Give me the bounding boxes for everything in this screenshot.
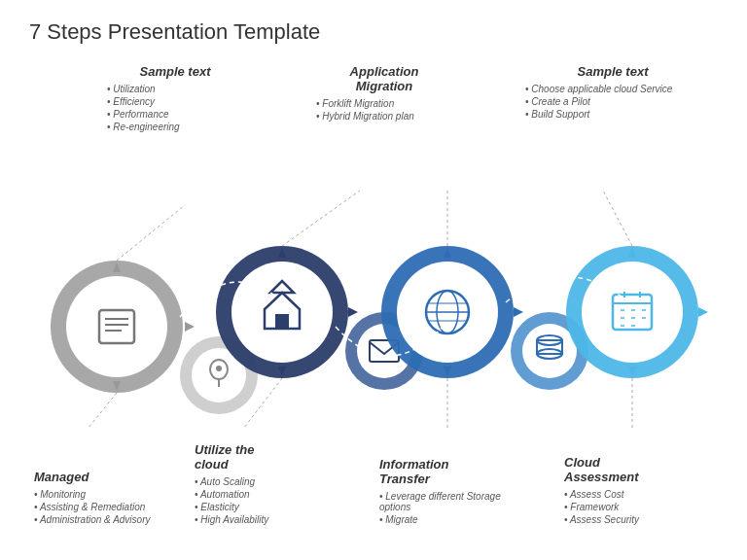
bottom-label-cloud-assessment-title: CloudAssessment (564, 455, 705, 484)
svg-line-54 (603, 191, 632, 246)
bottom-label-cloud-assessment-list: Assess Cost Framework Assess Security (564, 488, 705, 526)
svg-marker-19 (348, 307, 358, 317)
svg-point-37 (582, 262, 683, 363)
svg-point-11 (216, 366, 222, 371)
bottom-label-utilize-list: Auto Scaling Automation Elasticity High … (195, 475, 336, 526)
svg-point-14 (231, 262, 333, 363)
svg-point-32 (522, 324, 577, 378)
bottom-label-managed: Managed Monitoring Assisting & Remediati… (34, 470, 170, 526)
svg-line-51 (117, 205, 185, 261)
bottom-label-utilize-title: Utilize thecloud (195, 442, 336, 472)
svg-marker-30 (514, 307, 523, 317)
bottom-label-info-transfer-title: InformationTransfer (379, 457, 520, 486)
svg-line-52 (282, 191, 360, 246)
diagram-area: Sample text Utilization Efficiency Perfo… (29, 64, 718, 531)
page-title: 7 Steps Presentation Template (29, 19, 718, 45)
bottom-label-managed-title: Managed (34, 470, 170, 484)
bottom-label-cloud-assessment: CloudAssessment Assess Cost Framework As… (564, 455, 705, 526)
bottom-label-info-transfer: InformationTransfer Leverage different S… (379, 457, 520, 526)
slide: 7 Steps Presentation Template Sample tex… (0, 0, 747, 560)
svg-point-2 (66, 276, 167, 377)
bottom-label-utilize: Utilize thecloud Auto Scaling Automation… (195, 442, 336, 526)
svg-line-55 (88, 393, 117, 429)
svg-rect-18 (275, 314, 289, 329)
bottom-label-info-transfer-list: Leverage different Storage options Migra… (379, 490, 520, 526)
svg-marker-50 (698, 307, 708, 317)
svg-marker-7 (185, 322, 195, 332)
bottom-label-managed-list: Monitoring Assisting & Remediation Admin… (34, 488, 170, 526)
